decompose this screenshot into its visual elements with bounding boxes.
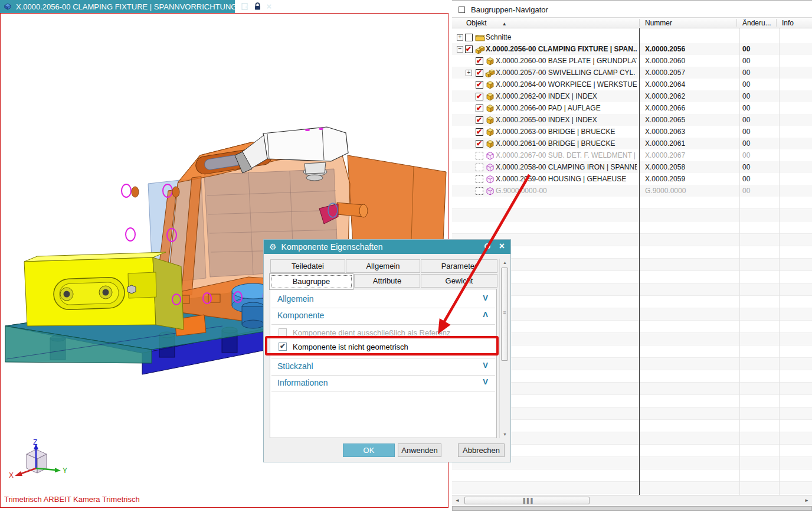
aenderung-cell: 00 <box>742 151 750 159</box>
nummer-cell: X.0000.2062 <box>645 92 734 100</box>
abbrechen-button[interactable]: Abbrechen <box>458 443 505 457</box>
visibility-checkbox[interactable] <box>476 175 483 183</box>
tree-row-label[interactable]: G.9000.0000-00 <box>496 187 637 195</box>
tree-row[interactable]: X.0000.2066-00 PAD | AUFLAGEX.0000.20660… <box>452 102 812 114</box>
dialog-tab-parameter[interactable]: Parameter <box>421 259 497 273</box>
scrollbar-thumb[interactable]: ≡ <box>501 268 508 361</box>
visibility-checkbox[interactable] <box>476 105 483 112</box>
aenderung-cell: 00 <box>742 57 750 65</box>
visibility-checkbox[interactable] <box>476 57 483 65</box>
tree-row-label[interactable]: X.0000.2067-00 SUB. DET. F. WELDMENT | .… <box>496 151 637 159</box>
dialog-scrollbar[interactable]: ▲ ≡ ▼ <box>499 259 509 438</box>
navigator-horizontal-scrollbar[interactable]: ◄ ▐▐▐ ► <box>452 495 812 506</box>
reset-icon[interactable] <box>484 243 490 249</box>
svg-text:X: X <box>9 471 14 480</box>
chevron-down-icon[interactable]: V <box>483 377 488 386</box>
part-icon <box>485 57 495 66</box>
chevron-up-icon[interactable]: Λ <box>483 310 488 319</box>
tree-row-label[interactable]: X.0000.2064-00 WORKPIECE | WERKSTUECK <box>496 80 637 89</box>
tree-row[interactable]: −X.0000.2056-00 CLAMPING FIXTURE | SPAN.… <box>452 43 812 55</box>
section-stueckzahl[interactable]: Stückzahl <box>277 361 313 371</box>
annotation-highlight-box <box>265 336 499 356</box>
visibility-checkbox[interactable] <box>476 128 483 136</box>
ok-button[interactable]: OK <box>343 443 395 457</box>
visibility-checkbox[interactable] <box>476 140 483 148</box>
section-komponente[interactable]: Komponente <box>277 311 324 320</box>
tree-row-label[interactable]: X.0000.2061-00 BRIDGE | BRUECKE <box>496 139 637 148</box>
visibility-checkbox[interactable] <box>476 152 483 159</box>
nummer-cell: X.0000.2057 <box>645 69 734 77</box>
tree-row-label[interactable]: X.0000.2060-00 BASE PLATE | GRUNDPLATTE <box>496 57 637 65</box>
tree-row-label[interactable]: X.0000.2066-00 PAD | AUFLAGE <box>496 104 637 112</box>
dialog-title: Komponente Eigenschaften <box>281 242 383 252</box>
tab-close-icon[interactable]: × <box>266 3 271 10</box>
tree-row-label[interactable]: X.0000.2057-00 SWIVELLING CLAMP CYL. | .… <box>496 69 637 77</box>
visibility-checkbox[interactable] <box>476 164 483 171</box>
expand-icon[interactable]: + <box>457 34 463 41</box>
collapse-icon[interactable]: − <box>457 46 463 53</box>
visibility-checkbox[interactable] <box>465 34 473 41</box>
anwenden-button[interactable]: Anwenden <box>398 443 441 457</box>
tree-row[interactable]: X.0000.2059-00 HOUSING | GEHAEUSEX.0000.… <box>452 173 812 185</box>
aenderung-cell: 00 <box>742 163 750 171</box>
dialog-titlebar[interactable]: ⚙ Komponente Eigenschaften × <box>264 240 510 254</box>
section-informationen[interactable]: Informationen <box>277 378 328 387</box>
tree-row[interactable]: X.0000.2065-00 INDEX | INDEXX.0000.20650… <box>452 114 812 126</box>
visibility-checkbox[interactable] <box>476 81 483 89</box>
tree-row-label[interactable]: Schnitte <box>486 33 637 41</box>
tree-row-label[interactable]: X.0000.2056-00 CLAMPING FIXTURE | SPAN..… <box>486 45 637 53</box>
visibility-checkbox[interactable] <box>465 45 473 53</box>
tree-row-label[interactable]: X.0000.2065-00 INDEX | INDEX <box>496 116 637 124</box>
section-allgemein[interactable]: Allgemein <box>277 294 313 304</box>
nummer-cell: X.0000.2066 <box>645 104 734 112</box>
scroll-down-icon[interactable]: ▼ <box>500 431 510 438</box>
visibility-checkbox[interactable] <box>476 187 483 195</box>
lock-icon <box>254 2 261 11</box>
tree-row[interactable]: +X.0000.2057-00 SWIVELLING CLAMP CYL. | … <box>452 67 812 79</box>
tree-row-label[interactable]: X.0000.2059-00 HOUSING | GEHAEUSE <box>496 175 637 183</box>
dialog-tab-attribute[interactable]: Attribute <box>354 274 420 288</box>
tree-row-label[interactable]: X.0000.2063-00 BRIDGE | BRUECKE <box>496 128 637 136</box>
tree-row[interactable]: X.0000.2067-00 SUB. DET. F. WELDMENT | .… <box>452 149 812 161</box>
scroll-right-icon[interactable]: ► <box>803 497 811 505</box>
scroll-left-icon[interactable]: ◄ <box>453 497 461 505</box>
tree-row[interactable]: X.0000.2062-00 INDEX | INDEXX.0000.20620… <box>452 90 812 102</box>
part-icon <box>485 116 495 125</box>
tree-row[interactable]: +Schnitte <box>452 31 812 43</box>
tree-row-label[interactable]: X.0000.2062-00 INDEX | INDEX <box>496 92 637 100</box>
dialog-tab-allgemein[interactable]: Allgemein <box>346 259 420 273</box>
dialog-tab-gewicht[interactable]: Gewicht <box>421 274 497 288</box>
tree-row-label[interactable]: X.0000.2058-00 CLAMPING IRON | SPANNE... <box>496 163 637 171</box>
visibility-checkbox[interactable] <box>476 69 483 77</box>
visibility-checkbox[interactable] <box>476 116 483 124</box>
expand-icon[interactable]: + <box>466 70 472 76</box>
tree-row[interactable]: X.0000.2060-00 BASE PLATE | GRUNDPLATTEX… <box>452 55 812 67</box>
visibility-checkbox[interactable] <box>476 93 483 100</box>
assembly-icon <box>475 45 485 54</box>
checkbox-reference-only <box>279 328 287 337</box>
tree-row[interactable]: X.0000.2061-00 BRIDGE | BRUECKEX.0000.20… <box>452 138 812 149</box>
nummer-cell: X.0000.2067 <box>645 151 734 159</box>
nummer-cell: X.0000.2065 <box>645 116 734 124</box>
tree-row[interactable]: X.0000.2063-00 BRIDGE | BRUECKEX.0000.20… <box>452 126 812 138</box>
dialog-tab-baugruppe[interactable]: Baugruppe <box>269 273 353 290</box>
scroll-up-icon[interactable]: ▲ <box>500 259 510 266</box>
nummer-cell: X.0000.2058 <box>645 163 734 171</box>
gear-icon: ⚙ <box>269 243 277 251</box>
dialog-close-icon[interactable]: × <box>499 241 505 252</box>
chevron-down-icon[interactable]: V <box>483 293 488 302</box>
nummer-cell: X.0000.2064 <box>645 80 734 89</box>
tree-row[interactable]: X.0000.2064-00 WORKPIECE | WERKSTUECKX.0… <box>452 79 812 90</box>
part-closed-icon <box>485 187 495 195</box>
part-tab[interactable]: X.0000.2056-00 CLAMPING FIXTURE | SPANNV… <box>0 0 235 13</box>
nummer-cell: G.9000.0000 <box>645 187 734 195</box>
part-icon <box>485 139 495 148</box>
tree-row[interactable]: X.0000.2058-00 CLAMPING IRON | SPANNE...… <box>452 161 812 173</box>
part-icon <box>485 80 495 89</box>
aenderung-cell: 00 <box>742 104 750 112</box>
aenderung-cell: 00 <box>742 128 750 136</box>
dialog-tab-teiledatei[interactable]: Teiledatei <box>270 259 345 273</box>
scrollbar-thumb[interactable]: ▐▐▐ <box>464 497 590 504</box>
chevron-down-icon[interactable]: V <box>483 361 488 370</box>
tree-row[interactable]: G.9000.0000-00G.9000.000000 <box>452 185 812 197</box>
